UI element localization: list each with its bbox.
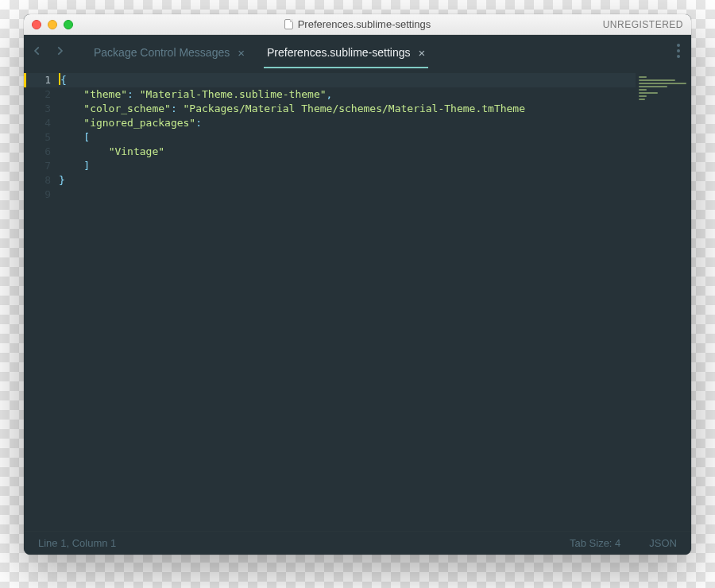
line-number: 8 (24, 173, 59, 188)
close-window-icon[interactable] (32, 20, 41, 29)
line-number: 1 (24, 73, 59, 87)
code-line: "theme": "Material-Theme.sublime-theme", (59, 87, 636, 102)
minimap-line (639, 99, 645, 100)
status-bar: Line 1, Column 1 Tab Size: 4 JSON (24, 531, 691, 555)
code-line: "Vintage" (59, 145, 636, 159)
nav-back-icon[interactable] (32, 45, 43, 60)
editor-area[interactable]: 123456789 { "theme": "Material-Theme.sub… (24, 70, 691, 531)
unregistered-label: UNREGISTERED (603, 19, 683, 30)
minimap[interactable] (636, 70, 691, 531)
line-number: 2 (24, 87, 59, 102)
close-icon[interactable]: × (419, 47, 426, 59)
nav-forward-icon[interactable] (54, 45, 65, 60)
close-icon[interactable]: × (238, 47, 245, 59)
code-line: ] (59, 159, 636, 173)
tab-package-control-messages[interactable]: Package Control Messages × (83, 35, 256, 70)
code-content[interactable]: { "theme": "Material-Theme.sublime-theme… (59, 70, 636, 531)
document-icon (284, 19, 293, 29)
line-number: 7 (24, 159, 59, 173)
editor-window: Preferences.sublime-settings UNREGISTERE… (24, 14, 691, 555)
code-line: "color_scheme": "Packages/Material Theme… (59, 102, 636, 116)
line-number: 9 (24, 188, 59, 202)
svg-point-0 (677, 44, 680, 47)
window-title: Preferences.sublime-settings (298, 18, 431, 30)
code-line: [ (59, 130, 636, 145)
line-number: 5 (24, 130, 59, 145)
code-line: { (59, 73, 636, 87)
line-number: 3 (24, 102, 59, 116)
zoom-window-icon[interactable] (64, 20, 73, 29)
line-number: 6 (24, 145, 59, 159)
minimap-line (639, 95, 647, 97)
svg-point-1 (677, 49, 680, 52)
minimap-line (639, 92, 658, 94)
tab-label: Package Control Messages (94, 46, 230, 59)
cursor-position: Line 1, Column 1 (38, 537, 116, 549)
line-number: 4 (24, 116, 59, 130)
window-controls (32, 20, 73, 29)
minimap-line (639, 89, 647, 91)
tab-preferences-sublime-settings[interactable]: Preferences.sublime-settings × (256, 35, 436, 70)
tab-bar: Package Control Messages × Preferences.s… (24, 35, 691, 70)
svg-point-2 (677, 55, 680, 58)
titlebar: Preferences.sublime-settings UNREGISTERE… (24, 14, 691, 35)
minimap-line (639, 79, 675, 81)
minimap-line (639, 86, 667, 87)
more-menu-icon[interactable] (671, 44, 686, 61)
syntax-selector[interactable]: JSON (649, 537, 677, 549)
minimap-line (639, 83, 686, 84)
code-line: } (59, 173, 636, 188)
code-line: "ignored_packages": (59, 116, 636, 130)
code-line (59, 188, 636, 202)
minimize-window-icon[interactable] (48, 20, 57, 29)
tab-label: Preferences.sublime-settings (267, 46, 411, 59)
minimap-line (639, 76, 647, 78)
line-number-gutter: 123456789 (24, 70, 59, 531)
tab-size-selector[interactable]: Tab Size: 4 (570, 537, 620, 549)
